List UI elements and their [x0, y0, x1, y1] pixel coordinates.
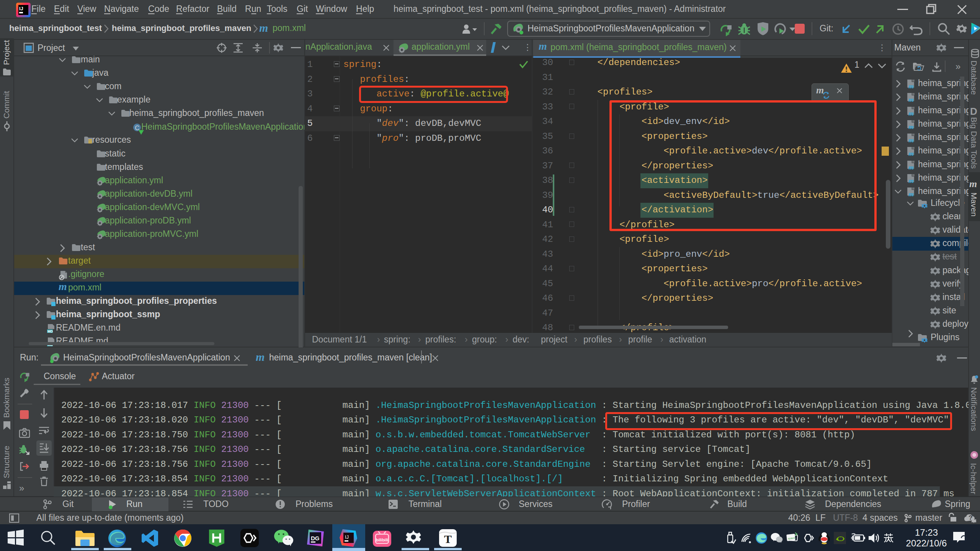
svg-text:IJ: IJ	[345, 534, 349, 540]
svg-text:T: T	[444, 533, 452, 545]
svg-text:IJ: IJ	[19, 6, 23, 11]
svg-text:DG: DG	[311, 535, 320, 541]
svg-text:bilibili: bilibili	[376, 538, 388, 542]
